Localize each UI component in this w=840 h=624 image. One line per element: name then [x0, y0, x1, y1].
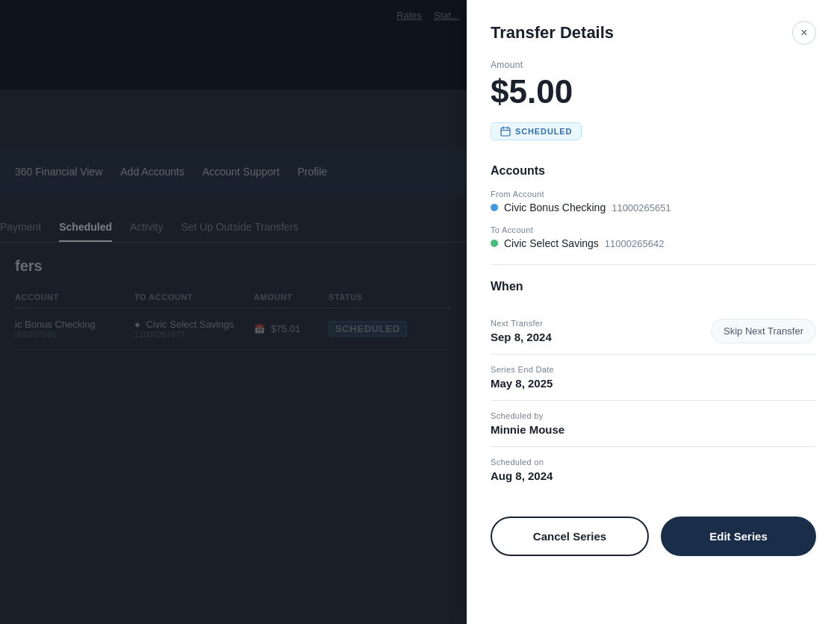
series-end-date-label: Series End Date	[491, 365, 554, 374]
series-end-date-value: May 8, 2025	[491, 377, 554, 390]
from-account-label: From Account	[491, 190, 816, 199]
amount-label: Amount	[491, 60, 816, 70]
overlay	[0, 0, 467, 624]
scheduled-on-value: Aug 8, 2024	[491, 469, 553, 482]
badge-label: SCHEDULED	[515, 127, 572, 136]
transfer-details-modal: Transfer Details × Amount $5.00 SCHEDULE…	[467, 0, 840, 624]
scheduled-by-row: Scheduled by Minnie Mouse	[491, 401, 816, 447]
modal-footer: Cancel Series Edit Series	[467, 499, 840, 580]
when-heading: When	[491, 280, 816, 293]
from-account-number: 11000265651	[612, 202, 671, 213]
next-transfer-value: Sep 8, 2024	[491, 331, 552, 343]
edit-series-button[interactable]: Edit Series	[661, 517, 816, 556]
skip-next-transfer-button[interactable]: Skip Next Transfer	[711, 319, 816, 343]
modal-body: Amount $5.00 SCHEDULED Accounts From Acc…	[467, 60, 840, 493]
amount-value: $5.00	[491, 73, 816, 110]
scheduled-by-info: Scheduled by Minnie Mouse	[491, 411, 564, 436]
scheduled-on-row: Scheduled on Aug 8, 2024	[491, 447, 816, 493]
next-transfer-info: Next Transfer Sep 8, 2024	[491, 319, 552, 343]
to-account-dot	[491, 240, 498, 247]
from-account-name: Civic Bonus Checking	[504, 202, 606, 213]
svg-rect-0	[501, 128, 510, 136]
to-account-label: To Account	[491, 225, 816, 234]
to-account-value: Civic Select Savings 11000265642	[491, 237, 816, 249]
divider-1	[491, 264, 816, 265]
when-section: When Next Transfer Sep 8, 2024 Skip Next…	[491, 280, 816, 493]
calendar-icon	[500, 126, 511, 137]
scheduled-on-info: Scheduled on Aug 8, 2024	[491, 458, 553, 482]
status-badge: SCHEDULED	[491, 122, 582, 140]
cancel-series-button[interactable]: Cancel Series	[491, 517, 649, 556]
accounts-heading: Accounts	[491, 164, 816, 178]
modal-header: Transfer Details ×	[467, 0, 840, 60]
from-account-value: Civic Bonus Checking 11000265651	[491, 202, 816, 213]
to-account-name: Civic Select Savings	[504, 237, 599, 249]
next-transfer-row: Next Transfer Sep 8, 2024 Skip Next Tran…	[491, 308, 816, 355]
modal-title: Transfer Details	[491, 23, 614, 43]
series-end-date-info: Series End Date May 8, 2025	[491, 365, 554, 390]
scheduled-on-label: Scheduled on	[491, 458, 553, 467]
scheduled-by-value: Minnie Mouse	[491, 423, 564, 436]
to-account-number: 11000265642	[605, 238, 665, 249]
next-transfer-label: Next Transfer	[491, 319, 552, 328]
series-end-date-row: Series End Date May 8, 2025	[491, 355, 816, 401]
from-account-dot	[491, 204, 498, 211]
from-account-row: From Account Civic Bonus Checking 110002…	[491, 190, 816, 213]
close-button[interactable]: ×	[792, 21, 816, 45]
to-account-row: To Account Civic Select Savings 11000265…	[491, 225, 816, 249]
scheduled-by-label: Scheduled by	[491, 411, 564, 420]
